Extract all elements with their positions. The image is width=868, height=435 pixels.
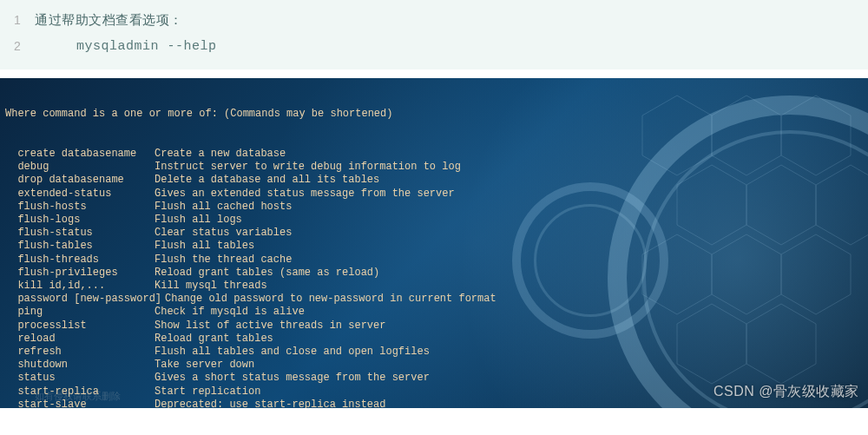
terminal-command: ping bbox=[5, 306, 155, 319]
terminal-command: password [new-password] bbox=[5, 293, 165, 306]
terminal-description: Deprecated: use start-replica instead bbox=[155, 399, 385, 408]
terminal-description: Flush all cached hosts bbox=[155, 201, 292, 214]
terminal-command: reload bbox=[5, 333, 155, 346]
terminal-description: Clear status variables bbox=[155, 227, 292, 240]
terminal-description: Flush all tables and close and open logf… bbox=[155, 346, 430, 359]
terminal-row: flush-privilegesReload grant tables (sam… bbox=[5, 267, 863, 280]
terminal-command: kill id,id,... bbox=[5, 280, 155, 293]
terminal-command: debug bbox=[5, 161, 155, 174]
terminal-row: create databasenameCreate a new database bbox=[5, 148, 863, 161]
code-block: 1 通过帮助文档查看选项： 2 mysqladmin --help bbox=[0, 0, 868, 69]
terminal-description: Take server down bbox=[155, 359, 254, 372]
terminal-description: Change old password to new-password in c… bbox=[155, 293, 496, 306]
line-number: 2 bbox=[0, 39, 35, 53]
terminal-description: Gives a short status message from the se… bbox=[155, 372, 430, 385]
terminal-description: Create a new database bbox=[155, 148, 286, 161]
terminal-command: shutdown bbox=[5, 359, 155, 372]
terminal-row: reloadReload grant tables bbox=[5, 333, 863, 346]
terminal-command: flush-threads bbox=[5, 254, 155, 267]
line-content: 通过帮助文档查看选项： bbox=[35, 12, 183, 29]
terminal-description: Start replication bbox=[155, 386, 260, 399]
terminal-command: refresh bbox=[5, 346, 155, 359]
terminal-description: Flush all tables bbox=[155, 240, 254, 253]
terminal-row: flush-threadsFlush the thread cache bbox=[5, 254, 863, 267]
terminal-description: Show list of active threads in server bbox=[155, 320, 385, 333]
terminal-row: flush-statusClear status variables bbox=[5, 227, 863, 240]
terminal-description: Reload grant tables bbox=[155, 333, 273, 346]
line-content: mysqladmin --help bbox=[35, 39, 217, 54]
watermark-text: CSDN @骨灰级收藏家 bbox=[713, 383, 859, 401]
line-number: 1 bbox=[0, 13, 35, 27]
ghost-overlay-text: 如有侵权请联系删除 bbox=[35, 390, 121, 403]
terminal-description: Instruct server to write debug informati… bbox=[155, 161, 461, 174]
terminal-description: Kill mysql threads bbox=[155, 280, 267, 293]
terminal-row: flush-logsFlush all logs bbox=[5, 214, 863, 227]
terminal-description: Flush all logs bbox=[155, 214, 242, 227]
terminal-command: extended-status bbox=[5, 188, 155, 201]
terminal-description: Reload grant tables (same as reload) bbox=[155, 267, 379, 280]
code-line-2: 2 mysqladmin --help bbox=[0, 33, 868, 59]
terminal-description: Delete a database and all its tables bbox=[155, 174, 379, 187]
terminal-row: refreshFlush all tables and close and op… bbox=[5, 346, 863, 359]
terminal-row: pingCheck if mysqld is alive bbox=[5, 306, 863, 319]
terminal-command: flush-logs bbox=[5, 214, 155, 227]
terminal-screenshot: Where command is a one or more of: (Comm… bbox=[0, 78, 868, 408]
terminal-header-line: Where command is a one or more of: (Comm… bbox=[5, 108, 863, 121]
terminal-command: status bbox=[5, 372, 155, 385]
terminal-description: Gives an extended status message from th… bbox=[155, 188, 455, 201]
terminal-command: drop databasename bbox=[5, 174, 155, 187]
terminal-command: flush-privileges bbox=[5, 267, 155, 280]
terminal-command: processlist bbox=[5, 320, 155, 333]
terminal-row: processlistShow list of active threads i… bbox=[5, 320, 863, 333]
terminal-command: create databasename bbox=[5, 148, 155, 161]
terminal-row: kill id,id,...Kill mysql threads bbox=[5, 280, 863, 293]
terminal-command: flush-status bbox=[5, 227, 155, 240]
terminal-row: password [new-password]Change old passwo… bbox=[5, 293, 863, 306]
terminal-command: flush-tables bbox=[5, 240, 155, 253]
terminal-row: flush-tablesFlush all tables bbox=[5, 240, 863, 253]
terminal-row: flush-hostsFlush all cached hosts bbox=[5, 201, 863, 214]
terminal-row: shutdownTake server down bbox=[5, 359, 863, 372]
terminal-command: flush-hosts bbox=[5, 201, 155, 214]
terminal-description: Check if mysqld is alive bbox=[155, 306, 305, 319]
code-line-1: 1 通过帮助文档查看选项： bbox=[0, 7, 868, 33]
terminal-row: debugInstruct server to write debug info… bbox=[5, 161, 863, 174]
terminal-description: Flush the thread cache bbox=[155, 254, 292, 267]
terminal-row: extended-statusGives an extended status … bbox=[5, 188, 863, 201]
terminal-row: drop databasenameDelete a database and a… bbox=[5, 174, 863, 187]
terminal-output: Where command is a one or more of: (Comm… bbox=[0, 78, 868, 408]
